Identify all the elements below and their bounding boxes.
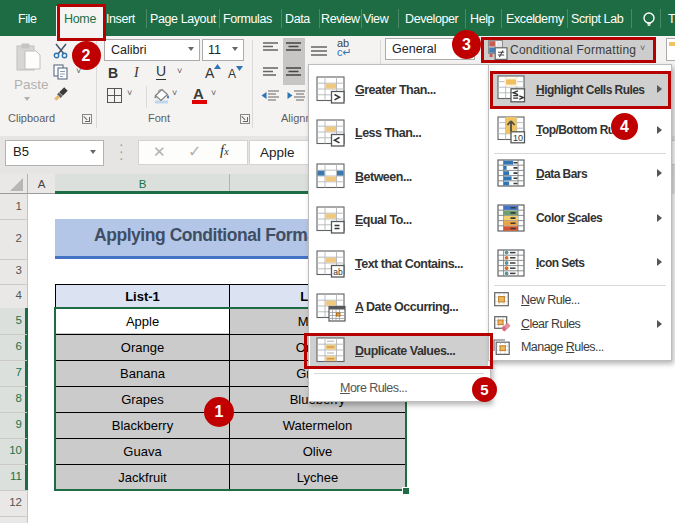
svg-text:ab: ab — [333, 267, 343, 277]
svg-text:10: 10 — [513, 133, 523, 143]
